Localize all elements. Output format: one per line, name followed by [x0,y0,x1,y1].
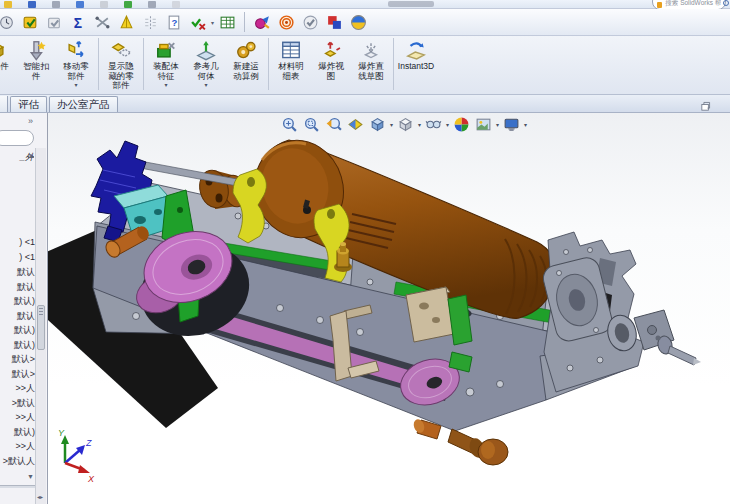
part-nozzle-assembly[interactable] [634,310,701,365]
ribbon-button-bom[interactable]: 材料明 细表 [271,36,311,94]
symmetry-icon[interactable] [139,11,161,33]
box-check-icon[interactable] [43,11,65,33]
tree-item[interactable]: 默认 [0,266,35,281]
tab-评估[interactable]: 评估 [10,96,47,112]
ball-icon[interactable] [347,11,369,33]
design-review-icon[interactable] [251,11,273,33]
reference-geometry-icon [195,39,217,61]
part-brown-knob[interactable] [448,429,508,465]
ribbon-button-motion-study[interactable]: 新建运 动算例 [226,36,266,94]
cone-warning-icon[interactable] [115,11,137,33]
panel-splitter[interactable] [0,485,36,488]
circle-check-icon[interactable] [299,11,321,33]
quick-access-toolbar: 搜索 SolidWorks 帮助 [0,0,730,9]
tree-item[interactable]: (默认 [0,324,35,339]
search-icon[interactable] [723,0,730,9]
ribbon-button-explode-line-sketch[interactable]: 爆炸直 线草图 [351,36,391,94]
ribbon-button-smart-fastener[interactable]: 智能扣 件 [16,36,56,94]
part-tan-block[interactable] [406,287,454,342]
options-icon[interactable] [172,1,180,8]
origin-triad: Y Z X [58,428,95,484]
svg-text:Σ: Σ [73,14,81,30]
status-dot-icon[interactable] [124,1,132,8]
tree-item[interactable]: (默认 [0,295,35,310]
ribbon-button-label: 材料明 细表 [278,62,304,81]
tree-item[interactable]: <默认 [0,368,35,383]
tree-item[interactable]: 默认 [0,310,35,325]
tree-scroll-up-icon[interactable]: ▲ [28,152,35,159]
toolbar-separator [244,12,245,32]
squares-icon[interactable] [323,11,345,33]
triad-z-label: Z [85,438,92,448]
doc-question-icon[interactable]: ? [163,11,185,33]
insert-part-icon [0,39,7,61]
tree-item[interactable]: (默认 [0,339,35,354]
ribbon-button-label: 显示隐 藏的零 部件 [108,62,134,91]
tree-scrollbar-thumb[interactable] [37,305,45,350]
document-icon[interactable] [148,1,156,8]
panel-expand-chevron[interactable]: » [28,116,33,126]
model-canvas[interactable]: Y Z X [48,113,730,504]
tree-item[interactable]: 默认人< [0,455,35,470]
open-icon[interactable] [4,1,12,8]
tree-item[interactable]: 1> ( [0,252,35,267]
ribbon-separator [98,38,99,90]
tree-scrollbar[interactable]: ◂▸ [35,148,46,504]
folder-check-icon[interactable] [19,11,41,33]
smart-fastener-icon [25,39,47,61]
ribbon-tab-strip: 评估办公室产品 [0,95,730,113]
tree-scroll-down-icon[interactable]: ▼ [27,473,34,480]
tree-item[interactable]: 1> ( [0,237,35,252]
tab-办公室产品[interactable]: 办公室产品 [49,96,118,112]
ribbon-button-insert-part[interactable]: 零部件▾ [0,36,16,94]
quick-access-icons [4,1,180,8]
check-x-icon[interactable] [187,11,209,33]
ribbon-button-assembly-features[interactable]: 装配体 特征▾ [146,36,186,94]
tree-item[interactable]: 默认< [0,397,35,412]
tree-item[interactable]: 人<< [0,440,35,455]
check-x-dropdown-icon[interactable]: ▾ [211,19,214,26]
ribbon-button-label: Instant3D [398,62,434,72]
clock-icon[interactable] [0,11,17,33]
ribbon-button-instant3d[interactable]: Instant3D [396,36,436,94]
tab-partial[interactable] [0,96,8,112]
undo-icon[interactable] [76,1,84,8]
ribbon-dropdown-icon[interactable]: ▾ [74,82,77,88]
scrollbar-arrows-icon[interactable]: ◂▸ [37,493,43,500]
feature-manager-panel: » _外 ▲ 1> (1> (默认默认(默认默认(默认(默认<默认<默认人<<默… [0,113,48,504]
window-restore-icon[interactable] [699,99,712,112]
print-icon[interactable] [52,1,60,8]
rings-icon[interactable] [275,11,297,33]
ribbon-button-label: 智能扣 件 [23,62,49,81]
motion-study-icon [235,39,257,61]
measure-icon[interactable] [91,11,113,33]
tree-item[interactable]: 人<< [0,382,35,397]
move-component-icon [65,39,87,61]
table-excel-icon[interactable] [216,11,238,33]
tree-item[interactable]: 默认 [0,281,35,296]
ribbon-button-label: 零部件 [0,62,9,72]
triad-y-label: Y [58,428,65,438]
tree-filter-input[interactable] [0,130,34,146]
ribbon-button-show-hidden[interactable]: 显示隐 藏的零 部件 [101,36,141,94]
ribbon-button-move-component[interactable]: 移动零 部件▾ [56,36,96,94]
ribbon-button-label: 新建运 动算例 [233,62,259,81]
search-scope-icon [657,2,662,8]
ribbon-separator [143,38,144,90]
selection-icon[interactable] [100,1,108,8]
tree-item[interactable]: 人<< [0,411,35,426]
graphics-viewport[interactable]: ▾▾▾▾▾ [48,113,730,504]
sigma-icon[interactable]: Σ [67,11,89,33]
ribbon-button-label: 移动零 部件 [63,62,89,81]
instant3d-icon [405,39,427,61]
search-placeholder: 搜索 SolidWorks 帮助 [665,0,721,8]
tree-item[interactable]: (默认 [0,426,35,441]
save-icon[interactable] [28,1,36,8]
ribbon-button-exploded-view[interactable]: 爆炸视 图 [311,36,351,94]
ribbon-dropdown-icon[interactable]: ▾ [164,82,167,88]
svg-text:?: ? [171,17,177,28]
ribbon-dropdown-icon[interactable]: ▾ [204,82,207,88]
tree-item[interactable]: <默认 [0,353,35,368]
solidworks-window: 搜索 SolidWorks 帮助 Σ?▾ 零部件▾智能扣 件移动零 部件▾显示隐… [0,0,730,504]
ribbon-button-reference-geometry[interactable]: 参考几 何体▾ [186,36,226,94]
